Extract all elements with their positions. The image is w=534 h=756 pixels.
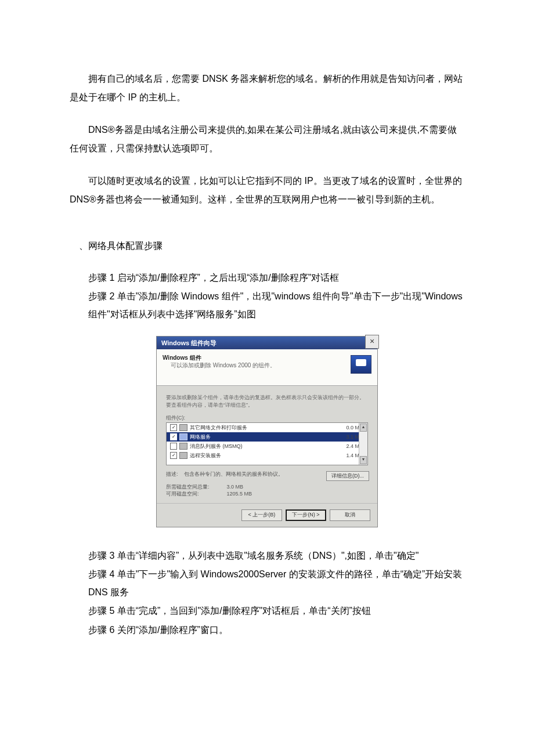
component-name: 远程安装服务: [190, 453, 344, 460]
dialog-header: Windows 组件 可以添加或删除 Windows 2000 的组件。: [157, 349, 377, 386]
component-icon: [179, 443, 187, 450]
windows-logo-icon: [351, 355, 371, 374]
step-line: 步骤 1 启动“添加/删除程序”，之后出现“添加/删除程序”对话框: [88, 269, 464, 287]
dialog-note: 要添加或删除某个组件，请单击旁边的复选框。灰色框表示只会安装该组件的一部分。要查…: [166, 394, 368, 408]
step-line: 步骤 3 单击“详细内容”，从列表中选取"域名服务系统（DNS）",如图，单击"…: [88, 547, 464, 565]
scroll-down-icon[interactable]: ▼: [360, 456, 367, 464]
scroll-up-icon[interactable]: ▲: [360, 424, 367, 432]
close-icon[interactable]: ×: [365, 335, 379, 349]
component-icon: [179, 433, 187, 440]
space-free-value: 1205.5 MB: [227, 491, 252, 497]
dialog-titlebar: Windows 组件向导: [157, 337, 377, 349]
details-button[interactable]: 详细信息(D)...: [326, 471, 369, 482]
component-name: 消息队列服务 (MSMQ): [190, 443, 344, 450]
list-item[interactable]: 消息队列服务 (MSMQ) 2.4 MB: [167, 442, 367, 451]
paragraph-2: DNS®务器是由域名注册公司来提供的,如果在某公司注册域名,就由该公司来提供,不…: [70, 121, 464, 158]
steps-before: 步骤 1 启动“添加/删除程序”，之后出现“添加/删除程序”对话框 步骤 2 单…: [88, 269, 464, 323]
list-item[interactable]: 网络服务 3.1 MB: [167, 432, 367, 442]
checkbox-icon[interactable]: [170, 443, 177, 450]
steps-after: 步骤 3 单击“详细内容”，从列表中选取"域名服务系统（DNS）",如图，单击"…: [88, 547, 464, 639]
checkbox-icon[interactable]: [170, 433, 177, 440]
step-line: 步骤 2 单击"添加/删除 Windows 组件"，出现"windows 组件向…: [88, 288, 464, 323]
space-needed-label: 所需磁盘空间总量:: [166, 484, 210, 490]
paragraph-1: 拥有自己的域名后，您需要 DNSK 务器来解析您的域名。解析的作用就是告知访问者…: [70, 70, 464, 107]
dialog-header-subtitle: 可以添加或删除 Windows 2000 的组件。: [171, 361, 371, 369]
step-line: 步骤 4 单击"下一步"输入到 Windows2000Server 的安装源文件…: [88, 566, 464, 601]
dialog-footer: < 上一步(B) 下一步(N) > 取消: [157, 503, 377, 527]
step-line: 步骤 5 单击“完成”，当回到"添加/删除程序"对话框后，单击“关闭”按钮: [88, 602, 464, 620]
list-item[interactable]: 其它网络文件和打印服务 0.0 MB: [167, 423, 367, 432]
component-name: 其它网络文件和打印服务: [190, 425, 344, 432]
checkbox-icon[interactable]: [170, 424, 177, 431]
dialog-body: 要添加或删除某个组件，请单击旁边的复选框。灰色框表示只会安装该组件的一部分。要查…: [157, 386, 377, 503]
paragraph-3: 可以随时更改域名的设置，比如可以让它指到不同的 IP。当更改了域名的设置时，全世…: [70, 172, 464, 209]
cancel-button[interactable]: 取消: [330, 509, 370, 521]
component-icon: [179, 452, 187, 459]
figure-wrapper: Windows 组件向导 × Windows 组件 可以添加或删除 Window…: [70, 336, 464, 527]
step-line: 步骤 6 关闭“添加/删除程序”窗口。: [88, 621, 464, 639]
description-text: 包含各种专门的、网络相关的服务和协议。: [184, 471, 283, 477]
list-item[interactable]: 远程安装服务 1.4 MB: [167, 451, 367, 460]
space-needed-value: 3.0 MB: [227, 484, 244, 490]
dialog-title: Windows 组件向导: [161, 339, 217, 347]
checkbox-icon[interactable]: [170, 452, 177, 459]
components-label: 组件(C):: [166, 415, 368, 422]
space-free-label: 可用磁盘空间:: [166, 491, 199, 497]
scrollbar[interactable]: ▲ ▼: [359, 423, 367, 465]
dialog-header-title: Windows 组件: [163, 355, 201, 361]
next-button[interactable]: 下一步(N) >: [286, 509, 326, 521]
back-button[interactable]: < 上一步(B): [241, 509, 282, 521]
component-name: 网络服务: [190, 434, 344, 441]
disk-space-row: 所需磁盘空间总量: 可用磁盘空间: 3.0 MB 1205.5 MB: [166, 484, 368, 497]
wizard-dialog: Windows 组件向导 × Windows 组件 可以添加或删除 Window…: [156, 336, 378, 527]
component-icon: [179, 424, 187, 431]
section-title: 、网络具体配置步骤: [70, 237, 464, 255]
components-listbox[interactable]: 其它网络文件和打印服务 0.0 MB 网络服务 3.1 MB 消息队列服务 (M…: [166, 422, 368, 465]
description-label: 描述:: [166, 471, 178, 477]
